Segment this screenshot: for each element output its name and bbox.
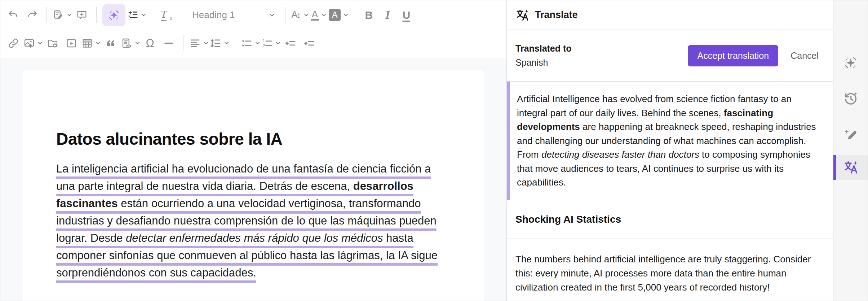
indent-icon xyxy=(304,38,315,49)
bulleted-list-dropdown[interactable] xyxy=(241,33,260,54)
italic-button[interactable]: I xyxy=(379,5,396,26)
translate-icon xyxy=(843,160,858,175)
translate-panel: Translate Translated to Spanish Accept t… xyxy=(506,0,834,301)
outdent-button[interactable] xyxy=(282,33,299,54)
horizontal-line-button[interactable] xyxy=(160,33,177,54)
chevron-down-icon xyxy=(344,13,348,17)
insert-image-dropdown[interactable] xyxy=(23,33,43,54)
toolbar-separator xyxy=(285,7,285,23)
translate-controls: Translated to Spanish Accept translation… xyxy=(507,30,834,82)
rail-history-button[interactable] xyxy=(833,86,868,111)
ai-commands-dropdown[interactable] xyxy=(127,5,146,26)
editor-toolbar: Tₓ Heading 1 A↕ A A xyxy=(0,0,506,58)
svg-text:1: 1 xyxy=(262,38,265,43)
chevron-down-icon xyxy=(135,42,140,45)
block-quote-icon xyxy=(105,38,116,49)
translate-icon xyxy=(515,8,529,22)
line-height-dropdown[interactable] xyxy=(210,33,229,54)
document-area: Datos alucinantes sobre la IA La intelig… xyxy=(0,58,506,301)
remove-format-icon: T xyxy=(161,9,167,21)
undo-icon xyxy=(8,9,19,21)
italic-icon: I xyxy=(385,9,390,22)
toolbar-row-1: Tₓ Heading 1 A↕ A A xyxy=(5,1,506,29)
table-icon xyxy=(81,38,93,49)
code-block-dropdown[interactable] xyxy=(121,33,140,54)
chevron-down-icon xyxy=(141,13,146,17)
panel-title: Translate xyxy=(535,9,578,21)
rail-translate-button[interactable] xyxy=(833,155,868,180)
document-heading[interactable]: Datos alucinantes sobre la IA xyxy=(56,129,451,149)
ai-commands-icon xyxy=(127,9,138,21)
font-size-dropdown[interactable]: A↕ xyxy=(291,5,309,26)
special-characters-button[interactable]: Ω xyxy=(141,33,159,54)
chevron-down-icon xyxy=(269,13,274,17)
align-left-icon xyxy=(189,38,201,49)
undo-button[interactable] xyxy=(5,5,22,26)
rail-improve-writing-button[interactable] xyxy=(833,122,868,147)
redo-icon xyxy=(26,9,38,21)
chevron-down-icon xyxy=(304,13,309,17)
editor-app: Tₓ Heading 1 A↕ A A xyxy=(0,0,868,301)
source-heading2: Shocking AI Statistics xyxy=(515,214,825,225)
rail-ai-assistant-button[interactable] xyxy=(833,50,868,75)
chevron-down-icon xyxy=(204,42,208,45)
text-alignment-dropdown[interactable] xyxy=(189,33,208,54)
cancel-button[interactable]: Cancel xyxy=(790,51,819,61)
heading-style-dropdown[interactable]: Heading 1 xyxy=(187,5,279,26)
insert-media-button[interactable] xyxy=(63,33,80,54)
document-paragraph-suggestion[interactable]: La inteligencia artificial ha evoluciona… xyxy=(56,160,451,282)
chevron-down-icon xyxy=(67,13,72,17)
media-icon xyxy=(66,38,77,49)
target-language-value: Spanish xyxy=(515,56,572,70)
source-paragraph-block: Artificial Intelligence has evolved from… xyxy=(507,82,834,200)
remove-format-button[interactable]: Tₓ xyxy=(158,5,175,26)
add-comment-icon xyxy=(76,9,88,21)
redo-button[interactable] xyxy=(23,5,41,26)
underline-button[interactable]: U xyxy=(398,5,415,26)
svg-text:2: 2 xyxy=(262,43,265,48)
font-size-icon: A↕ xyxy=(291,9,301,21)
ai-assistant-button[interactable] xyxy=(102,4,125,26)
toolbar-separator xyxy=(96,7,97,23)
history-icon xyxy=(843,91,858,106)
font-background-dropdown[interactable]: A xyxy=(329,5,348,26)
add-comment-button[interactable] xyxy=(73,5,90,26)
ai-sparkle-icon xyxy=(107,9,120,22)
toolbar-separator xyxy=(46,7,47,23)
horizontal-line-icon xyxy=(163,38,174,49)
font-color-dropdown[interactable]: A xyxy=(310,5,327,26)
chevron-down-icon xyxy=(96,42,101,45)
source-paragraph2-block: The numbers behind artificial intelligen… xyxy=(507,239,834,295)
ai-sparkle-icon xyxy=(843,55,858,70)
editor-column: Tₓ Heading 1 A↕ A A xyxy=(0,0,506,301)
insert-table-dropdown[interactable] xyxy=(81,33,101,54)
magic-pencil-icon xyxy=(843,127,858,142)
bold-icon: B xyxy=(365,9,373,21)
underline-icon: U xyxy=(403,9,411,21)
indent-button[interactable] xyxy=(301,33,318,54)
toolbar-separator xyxy=(181,7,181,23)
bold-button[interactable]: B xyxy=(360,5,377,26)
font-color-icon: A xyxy=(311,9,319,21)
source-heading-block: Shocking AI Statistics xyxy=(507,200,834,239)
toolbar-separator xyxy=(235,35,235,51)
ai-tools-rail xyxy=(833,0,868,301)
chevron-down-icon xyxy=(224,42,229,45)
numbered-list-dropdown[interactable]: 12 xyxy=(261,33,280,54)
translated-to-group: Translated to Spanish xyxy=(515,42,572,70)
image-upload-icon xyxy=(23,38,35,49)
track-changes-icon xyxy=(53,9,64,21)
link-button[interactable] xyxy=(5,33,22,54)
accept-translation-button[interactable]: Accept translation xyxy=(688,45,778,66)
document-page[interactable]: Datos alucinantes sobre la IA La intelig… xyxy=(23,70,484,301)
special-character-icon: Ω xyxy=(146,37,154,50)
controls-actions: Accept translation Cancel xyxy=(688,45,819,66)
translated-to-label: Translated to xyxy=(515,42,572,56)
track-changes-dropdown[interactable] xyxy=(53,5,72,26)
file-manager-button[interactable] xyxy=(44,33,61,54)
block-quote-button[interactable] xyxy=(102,33,119,54)
chevron-down-icon xyxy=(276,42,280,45)
chevron-down-icon xyxy=(322,13,326,17)
chevron-down-icon xyxy=(38,42,43,45)
chevron-down-icon xyxy=(255,42,260,45)
